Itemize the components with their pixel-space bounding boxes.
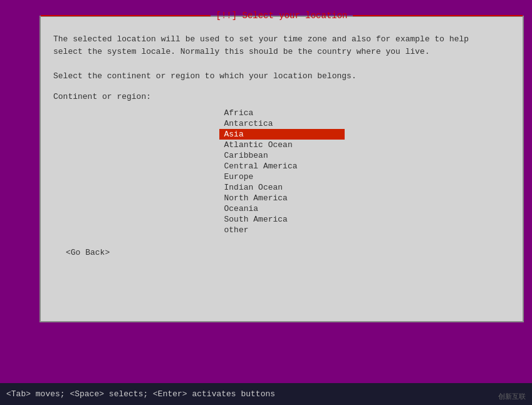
- continent-label: Continent or region:: [53, 92, 510, 101]
- list-item[interactable]: South America: [219, 214, 345, 225]
- list-item[interactable]: other: [219, 225, 345, 235]
- list-item[interactable]: North America: [219, 193, 345, 203]
- desc-line3: Select the continent or region to which …: [53, 71, 357, 81]
- description: The selected location will be used to se…: [53, 33, 510, 82]
- desc-line2: select the system locale. Normally this …: [53, 47, 430, 56]
- list-item[interactable]: Central America: [219, 161, 345, 172]
- title-line-right: [353, 15, 523, 16]
- list-item[interactable]: Oceania: [219, 203, 345, 214]
- dialog-content: The selected location will be used to se…: [41, 27, 523, 270]
- list-item[interactable]: Indian Ocean: [219, 182, 345, 193]
- go-back-button[interactable]: <Go Back>: [66, 248, 510, 257]
- location-list: AfricaAntarcticaAsiaAtlantic OceanCaribb…: [219, 108, 345, 235]
- title-line-left: [41, 15, 211, 16]
- help-text: <Tab> moves; <Space> selects; <Enter> ac…: [6, 389, 275, 399]
- list-container: AfricaAntarcticaAsiaAtlantic OceanCaribb…: [53, 108, 510, 235]
- title-bar: [!!] Select your location: [41, 11, 523, 21]
- list-item[interactable]: Asia: [219, 129, 345, 140]
- dialog-box: [!!] Select your location The selected l…: [39, 16, 524, 322]
- desc-line1: The selected location will be used to se…: [53, 34, 469, 44]
- list-item[interactable]: Africa: [219, 108, 345, 118]
- list-item[interactable]: Caribbean: [219, 150, 345, 161]
- list-item[interactable]: Antarctica: [219, 118, 345, 129]
- list-item[interactable]: Europe: [219, 172, 345, 182]
- dialog-title: [!!] Select your location: [213, 11, 350, 21]
- watermark: 创新互联: [498, 392, 526, 401]
- bottom-bar: <Tab> moves; <Space> selects; <Enter> ac…: [0, 383, 532, 405]
- list-item[interactable]: Atlantic Ocean: [219, 140, 345, 150]
